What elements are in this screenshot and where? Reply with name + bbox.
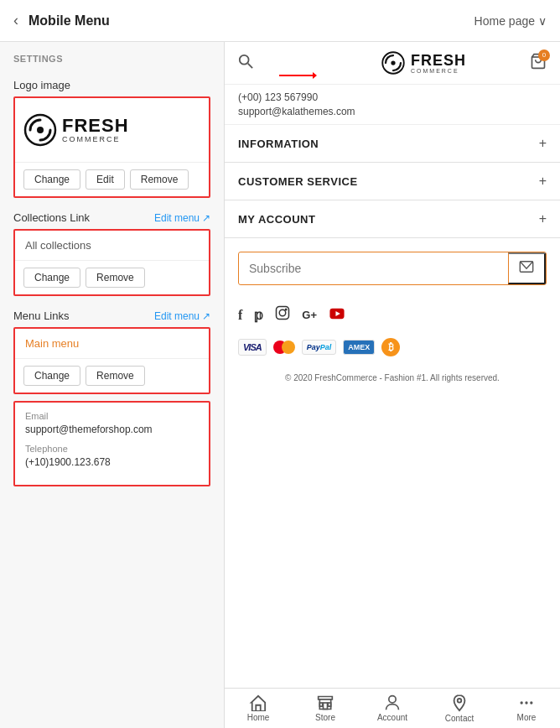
svg-point-22	[530, 701, 532, 704]
accordion-information-plus: +	[539, 136, 547, 151]
logo-change-button[interactable]: Change	[23, 169, 80, 190]
nav-home-label: Home	[247, 713, 270, 722]
collections-change-button[interactable]: Change	[23, 268, 80, 288]
cart-icon[interactable]: 0	[530, 53, 547, 74]
svg-rect-15	[324, 703, 328, 710]
accordion-information-title: INFORMATION	[238, 138, 319, 150]
accordion-customer-service-header[interactable]: CUSTOMER SERVICE +	[225, 163, 560, 200]
main-layout: SETTINGS Logo image FRESH COMME	[0, 42, 560, 728]
collections-section-header: Collections Link Edit menu ↗	[0, 203, 224, 229]
tel-label: Telephone	[25, 444, 199, 454]
settings-panel: SETTINGS Logo image FRESH COMME	[0, 42, 225, 728]
svg-marker-5	[313, 72, 317, 79]
logo-preview-inner: FRESH COMMERCE	[23, 107, 200, 153]
accordion-customer-service[interactable]: CUSTOMER SERVICE +	[225, 163, 560, 200]
svg-point-11	[280, 309, 287, 316]
more-icon	[517, 694, 536, 711]
menu-links-edit-menu-link[interactable]: Edit menu ↗	[154, 310, 210, 322]
collections-remove-button[interactable]: Remove	[86, 268, 145, 288]
nav-account[interactable]: Account	[371, 694, 413, 722]
logo-edit-button[interactable]: Edit	[86, 169, 125, 190]
nav-more-label: More	[517, 713, 537, 722]
nav-home[interactable]: Home	[237, 694, 279, 722]
preview-content: FRESH COMMERCE 0 (+00) 123 567990 suppor…	[225, 42, 560, 688]
facebook-icon[interactable]: f	[238, 308, 242, 323]
accordion-my-account[interactable]: MY ACCOUNT +	[225, 200, 560, 238]
email-value: support@themeforshop.com	[25, 424, 199, 435]
subscribe-button[interactable]	[508, 252, 546, 284]
google-plus-icon[interactable]: G+	[302, 309, 317, 321]
nav-contact[interactable]: Contact	[438, 694, 480, 723]
nav-more[interactable]: More	[506, 694, 547, 722]
logo-remove-button[interactable]: Remove	[130, 169, 189, 190]
contact-icon	[450, 694, 469, 712]
email-label: Email	[25, 411, 199, 421]
accordion-information-header[interactable]: INFORMATION +	[225, 125, 560, 162]
menu-links-box: Main menu Change Remove	[13, 327, 210, 394]
accordion-my-account-header[interactable]: MY ACCOUNT +	[225, 200, 560, 237]
menu-links-change-button[interactable]: Change	[23, 366, 80, 386]
menu-links-remove-button[interactable]: Remove	[86, 366, 145, 386]
svg-line-3	[248, 63, 252, 67]
svg-point-1	[37, 127, 44, 133]
preview-logo: FRESH COMMERCE	[381, 50, 466, 75]
nav-account-label: Account	[377, 713, 407, 722]
nav-store[interactable]: Store	[304, 694, 346, 722]
svg-point-12	[286, 309, 288, 310]
logo-buttons: Change Edit Remove	[15, 162, 209, 196]
svg-rect-16	[319, 703, 322, 706]
instagram-icon[interactable]	[275, 305, 290, 325]
tel-value: (+10)1900.123.678	[25, 456, 199, 468]
social-icons-row: f 𝕡 G+	[225, 299, 560, 335]
menu-links-section-header: Menu Links Edit menu ↗	[0, 301, 224, 327]
subscribe-input[interactable]	[239, 253, 508, 283]
preview-email: support@kalathemes.com	[238, 106, 547, 117]
collections-title: Collections Link	[13, 211, 90, 224]
svg-point-2	[240, 55, 249, 64]
collections-value: All collections	[15, 231, 209, 260]
logo-icon	[23, 113, 57, 147]
payment-icons-row: VISA PayPal AMEX ₿	[225, 335, 560, 367]
nav-store-label: Store	[315, 713, 335, 722]
page-selector[interactable]: Home page ∨	[474, 14, 547, 28]
account-icon	[383, 694, 402, 711]
preview-panel: FRESH COMMERCE 0 (+00) 123 567990 suppor…	[225, 42, 560, 728]
logo-preview: FRESH COMMERCE	[15, 98, 209, 162]
search-icon[interactable]	[238, 54, 253, 73]
paypal-icon: PayPal	[302, 340, 337, 355]
accordion-customer-service-title: CUSTOMER SERVICE	[238, 175, 358, 188]
logo-section-title: Logo image	[0, 70, 224, 96]
logo-image-box: FRESH COMMERCE Change Edit Remove	[13, 96, 210, 198]
preview-contact: (+00) 123 567990 support@kalathemes.com	[225, 85, 560, 125]
annotation-arrow	[275, 67, 317, 84]
app-header: ‹ Mobile Menu Home page ∨	[0, 0, 560, 42]
mastercard-icon	[273, 341, 295, 354]
nav-contact-label: Contact	[445, 714, 474, 723]
amex-icon: AMEX	[343, 340, 375, 355]
accordion-customer-service-plus: +	[539, 174, 547, 189]
accordion-my-account-plus: +	[539, 211, 547, 226]
svg-point-7	[391, 60, 395, 65]
visa-icon: VISA	[238, 339, 267, 356]
footer-copyright: © 2020 FreshCommerce - Fashion #1. All r…	[225, 367, 560, 393]
collections-buttons: Change Remove	[15, 260, 209, 294]
page-title: Mobile Menu	[29, 13, 474, 29]
preview-brand-text: FRESH COMMERCE	[411, 53, 466, 74]
collections-edit-menu-link[interactable]: Edit menu ↗	[154, 212, 210, 224]
cart-badge: 0	[538, 49, 550, 61]
bottom-nav: Home Store Account	[225, 688, 560, 728]
settings-label: SETTINGS	[0, 42, 224, 70]
preview-phone: (+00) 123 567990	[238, 91, 547, 103]
collections-box: All collections Change Remove	[13, 229, 210, 296]
contact-info-box: Email support@themeforshop.com Telephone…	[13, 401, 210, 486]
accordion-my-account-title: MY ACCOUNT	[238, 213, 315, 226]
back-button[interactable]: ‹	[13, 12, 18, 29]
accordion-information[interactable]: INFORMATION +	[225, 125, 560, 163]
bitcoin-icon: ₿	[381, 338, 400, 356]
svg-point-18	[389, 696, 396, 703]
menu-links-title: Menu Links	[13, 309, 69, 322]
preview-logo-icon	[381, 50, 406, 75]
svg-rect-17	[328, 703, 330, 706]
youtube-icon[interactable]	[329, 306, 345, 324]
pinterest-icon[interactable]: 𝕡	[254, 307, 263, 323]
